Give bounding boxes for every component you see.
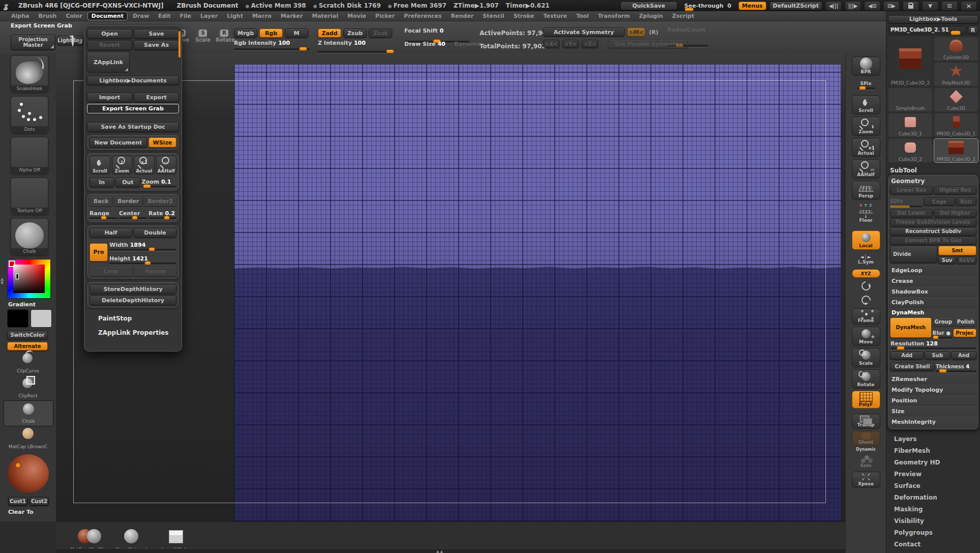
tool-section-header[interactable]: Layers (888, 433, 978, 445)
menu-item[interactable]: Movie (343, 12, 370, 20)
menu-item[interactable]: Picker (371, 12, 399, 20)
dynamesh-section-header[interactable]: DynaMesh (890, 308, 976, 317)
zapplink-properties-menu-item[interactable]: ZAppLink Properties (98, 329, 179, 336)
save-as-startup-doc-button[interactable]: Save As Startup Doc (87, 122, 179, 132)
close-icon[interactable]: × (961, 1, 977, 11)
export-screen-grab-button[interactable]: Export Screen Grab (87, 104, 179, 113)
shelf-thumbnail[interactable]: Dots (11, 96, 48, 133)
lightbox-tools-button[interactable]: Lightbox▶Tools (888, 15, 978, 23)
solo-button[interactable]: Solo (852, 453, 880, 470)
border2-button[interactable]: Border2 (144, 196, 176, 206)
tool-section-header[interactable]: Preview (888, 469, 978, 480)
default-zscript-button[interactable]: DefaultZScript (769, 2, 822, 10)
zoom-in-button[interactable]: In (90, 178, 114, 187)
doc-scroll-button[interactable]: Scroll (90, 156, 110, 174)
sdiv-slider[interactable]: SDiv (890, 195, 923, 208)
quick-item[interactable]: Chalk (4, 400, 53, 426)
mirror-button[interactable]: >M< (627, 27, 645, 37)
mesh-3d-model[interactable] (234, 65, 841, 521)
rate-slider[interactable]: Rate 0.2 (149, 208, 176, 220)
tool-section-header[interactable]: Contact (888, 539, 978, 550)
see-through-slider[interactable]: See-through 0 (680, 3, 735, 9)
scroll-button[interactable]: Scroll (852, 95, 880, 114)
doc-zoom-slider[interactable]: Zoom 0.1 (142, 176, 177, 188)
center-slider[interactable]: Center (119, 208, 147, 220)
shelf-thumbnail[interactable]: Texture Off (11, 178, 48, 215)
paintstop-menu-item[interactable]: PaintStop (98, 315, 179, 322)
tool-section-header[interactable]: Polygroups (888, 527, 978, 539)
cust1-button[interactable]: Cust1 (8, 497, 27, 506)
prev-window-icon[interactable]: ◀⊡ (864, 1, 880, 11)
suv-button[interactable]: Suv (938, 256, 956, 264)
project-button[interactable]: Projec (953, 329, 976, 337)
zoom-button[interactable]: ↕ Zoom (852, 117, 880, 136)
menu-item[interactable]: Draw (129, 12, 153, 20)
rgb-intensity-slider[interactable] (234, 48, 309, 51)
dynamic-label[interactable]: Dynamic (454, 41, 481, 47)
lower-res-button[interactable]: Lower Res (890, 186, 933, 194)
tool-r-button[interactable]: R (968, 26, 978, 34)
floor-button[interactable]: X Y Z ↓ Floor (852, 202, 880, 224)
left-tray-toggle-icon[interactable]: ◀||| (825, 1, 842, 11)
and-button[interactable]: And (951, 352, 976, 360)
menu-item[interactable]: Material (308, 12, 342, 20)
lightbox-documents-button[interactable]: Lightbox▶Documents (87, 76, 179, 85)
shelf-thumbnail[interactable]: Alpha Off (11, 137, 48, 174)
reuv-button[interactable]: ReUV (957, 256, 976, 264)
geometry-subsection[interactable]: Modify Topology (890, 385, 976, 395)
tool-section-header[interactable]: Morph Target (888, 550, 978, 553)
delete-depth-history-button[interactable]: DeleteDepthHistory (90, 296, 176, 305)
tool-section-header[interactable]: Deformation (888, 492, 978, 504)
ghost-button[interactable]: Ghost (852, 431, 880, 446)
clear-to-button[interactable]: Clear To (8, 509, 56, 515)
polyf-button[interactable]: PolyF (852, 391, 880, 409)
geometry-subsection[interactable]: ClayPolish (890, 297, 976, 308)
spix-slider[interactable]: SPix (852, 78, 880, 93)
group-button[interactable]: Group (933, 317, 954, 326)
sculpt-mode-button[interactable]: Zsub (343, 28, 367, 38)
tool-thumbnail[interactable]: PolyMesh3D (934, 62, 978, 86)
higher-res-button[interactable]: Higher Res (934, 186, 976, 194)
left-tray-divider-handle[interactable]: ▲▼ (1, 277, 4, 285)
del-lower-button[interactable]: Del Lower (890, 209, 933, 217)
wsize-button[interactable]: WSize (149, 137, 176, 148)
menu-item[interactable]: Document (87, 12, 128, 20)
projection-master-button[interactable]: Projection Master (11, 35, 55, 50)
back-button[interactable]: Back (90, 196, 112, 206)
local-button[interactable]: Local (852, 230, 880, 250)
dynamesh-button[interactable]: DynaMesh (890, 317, 932, 338)
menu-item[interactable]: File (175, 12, 195, 20)
xpose-button[interactable]: ↖↗↙↘ Xpose (852, 472, 880, 488)
menu-item[interactable]: Alpha (7, 12, 33, 20)
menu-item[interactable]: Light (223, 12, 247, 20)
double-button[interactable]: Double (134, 228, 176, 238)
range-slider[interactable]: Range (90, 208, 117, 220)
lightbox-button[interactable]: LightBox (57, 36, 83, 45)
freeze-subdivision-button[interactable]: Freeze SubDivision Levels (890, 218, 976, 226)
cust2-button[interactable]: Cust2 (29, 497, 49, 506)
tool-section-header[interactable]: Geometry HD (888, 457, 978, 469)
menu-item[interactable]: Preferences (400, 12, 446, 20)
zoom-out-button[interactable]: Out (115, 178, 140, 187)
menu-item[interactable]: Tool (572, 12, 593, 20)
menu-item[interactable]: Texture (539, 12, 571, 20)
tool-thumbnail[interactable]: SimpleBrush (888, 88, 933, 112)
current-material-preview[interactable] (7, 454, 49, 493)
bottom-tray-handle[interactable]: ▲▲ (436, 549, 444, 553)
menu-item[interactable]: Zscript (668, 12, 698, 20)
import-button[interactable]: Import (87, 93, 132, 102)
sub-button[interactable]: Sub (925, 352, 950, 360)
menu-item[interactable]: Edit (154, 12, 174, 20)
height-slider[interactable]: Height 1421 (109, 253, 176, 265)
pro-button[interactable]: Pro (90, 243, 108, 261)
resize-button[interactable]: Resize (134, 267, 176, 276)
border-button[interactable]: Border (114, 196, 142, 206)
tool-section-header[interactable]: Surface (888, 480, 978, 492)
axis-button[interactable]: >Z< (582, 40, 598, 48)
new-document-button[interactable]: New Document (90, 137, 147, 148)
rotate-canvas-button[interactable]: Rotate (852, 369, 880, 389)
tool-section-header[interactable]: Visibility (888, 515, 978, 527)
menu-item[interactable]: Marker (277, 12, 307, 20)
scale-canvas-button[interactable]: Scale (852, 348, 880, 367)
lock-icon[interactable] (903, 1, 919, 11)
